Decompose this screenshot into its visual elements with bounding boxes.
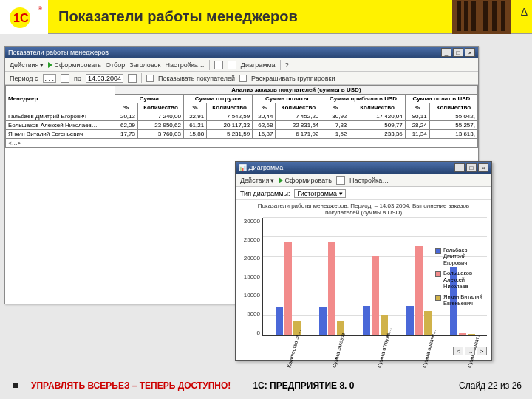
chart-legend: Гальбаев Дмитрий ЕгоровичБольшаков Алекс… — [435, 248, 484, 312]
date-to-label: по — [74, 75, 81, 82]
footer-mid-text: 1С: ПРЕДПРИЯТИЕ 8. 0 — [253, 381, 354, 391]
filter-button[interactable]: Отбор — [106, 61, 125, 69]
table-row[interactable]: Янкин Виталий Евгеньевич17,733 760,0315,… — [6, 130, 478, 139]
col-paid: Сумма оплат в USD — [405, 95, 477, 103]
legend-item: Янкин Виталий Евгеньевич — [435, 294, 484, 307]
separator — [141, 73, 142, 83]
legend-item: Гальбаев Дмитрий Егорович — [435, 248, 484, 267]
chart-bar[interactable] — [468, 334, 475, 335]
chart-bar[interactable] — [328, 242, 335, 335]
slide-footer: УПРАВЛЯТЬ ВСЕРЬЕЗ – ТЕПЕРЬ ДОСТУПНО! 1С:… — [0, 378, 532, 393]
chart-form-button[interactable]: Сформировать — [279, 177, 331, 184]
chart-window-icon: 📊 — [239, 164, 247, 171]
chart-bar[interactable] — [459, 333, 466, 335]
chart-body: Показатели работы менеджеров. Период: – … — [236, 200, 491, 360]
footer-left-text: УПРАВЛЯТЬ ВСЕРЬЕЗ – ТЕПЕРЬ ДОСТУПНО! — [31, 381, 231, 391]
svg-text:1С: 1С — [13, 12, 29, 24]
chart-tool-icon[interactable] — [336, 176, 345, 185]
chart-type-label: Тип диаграммы: — [240, 190, 290, 197]
calendar-icon[interactable] — [61, 74, 69, 83]
slide: 1С ® Показатели работы менеджеров Δ Пока… — [0, 0, 532, 399]
svg-text:®: ® — [38, 5, 42, 12]
chart-maximize-button[interactable]: □ — [466, 163, 477, 172]
chart-type-select[interactable]: Гистограмма ▾ — [294, 189, 345, 198]
date-to-input[interactable]: 14.03.2004 — [86, 74, 123, 83]
tool-icon-2[interactable] — [228, 61, 236, 69]
chart-minimize-button[interactable]: _ — [454, 163, 465, 172]
col-ship: Сумма отгрузки — [183, 95, 252, 103]
window-minimize-button[interactable]: _ — [441, 48, 451, 57]
chart-close-button[interactable]: × — [478, 163, 488, 172]
period-from-label: Период с — [10, 75, 38, 82]
chart-titlebar[interactable]: 📊 Диаграмма _ □ × — [236, 162, 491, 174]
legend-more-button[interactable]: … — [465, 347, 475, 355]
chart-type-row: Тип диаграммы: Гистограмма ▾ — [236, 187, 491, 200]
chart-bar[interactable] — [363, 306, 370, 335]
separator — [280, 60, 281, 70]
date-from-input[interactable]: . . . — [43, 74, 57, 83]
chart-bar[interactable] — [284, 242, 292, 335]
chart-caption: Показатели работы менеджеров. Период: – … — [240, 203, 487, 216]
slide-header: 1С ® Показатели работы менеджеров — [0, 0, 532, 34]
toolbar-period: Период с . . . по 14.03.2004 Показывать … — [5, 72, 478, 85]
chart-actions-menu[interactable]: Действия ▾ — [240, 177, 274, 184]
table-row[interactable]: Гальбаев Дмитрий Егорович20,137 240,0022… — [6, 112, 478, 121]
chart-bar[interactable] — [276, 307, 283, 335]
show-buyers-label: Показывать покупателей — [158, 75, 235, 82]
col-manager: Менеджер — [6, 86, 115, 112]
chart-toolbar: Действия ▾ Сформировать Настройка… — [236, 174, 491, 187]
chart-bar[interactable] — [406, 306, 414, 335]
chart-bar[interactable] — [372, 256, 379, 335]
header-button[interactable]: Заголовок — [129, 61, 160, 69]
legend-prev-button[interactable]: < — [453, 347, 463, 355]
legend-nav: < … > — [453, 347, 487, 355]
window-maximize-button[interactable]: □ — [453, 48, 463, 57]
chart-settings-button[interactable]: Настройка… — [349, 177, 389, 184]
color-groups-label: Раскрашивать группировки — [251, 75, 335, 82]
tool-icon-1[interactable] — [214, 61, 223, 69]
chart-xaxis: Количество за…Сумма заказовСумма отгруже… — [240, 336, 487, 366]
col-pay: Сумма оплаты — [253, 95, 321, 103]
col-group-title: Анализ заказов покупателей (суммы в USD) — [115, 86, 477, 95]
chart-window-title: Диаграмма — [249, 164, 284, 171]
delta-icon: Δ — [521, 6, 528, 18]
chart-bar[interactable] — [319, 307, 327, 335]
footer-bullet-icon — [13, 383, 18, 388]
report-table-wrap[interactable]: Менеджер Анализ заказов покупателей (сум… — [5, 85, 478, 148]
table-row[interactable]: Большаков Алексей Николаев…62,0923 950,6… — [6, 121, 478, 130]
diagram-button[interactable]: Диаграмма — [241, 61, 276, 69]
chart-window: 📊 Диаграмма _ □ × Действия ▾ Сформироват… — [235, 161, 492, 361]
play-icon — [48, 62, 52, 68]
calendar-icon[interactable] — [128, 74, 137, 83]
logo-1c: 1С ® — [0, 0, 48, 34]
toolbar-main: Действия ▾ Сформировать Отбор Заголовок … — [5, 58, 478, 72]
col-sum: Сумма — [115, 95, 183, 103]
window-titlebar[interactable]: Показатели работы менеджеров _ □ × — [5, 47, 478, 58]
report-table: Менеджер Анализ заказов покупателей (сум… — [5, 85, 478, 148]
color-groups-checkbox[interactable] — [239, 75, 247, 82]
help-button[interactable]: ? — [285, 61, 289, 69]
chart-plot-area: 300002500020000150001000050000 Гальбаев … — [240, 218, 487, 336]
decorative-image — [452, 0, 511, 34]
form-button[interactable]: Сформировать — [48, 61, 100, 69]
window-close-button[interactable]: × — [465, 48, 475, 57]
settings-button[interactable]: Настройка… — [166, 61, 205, 69]
legend-next-button[interactable]: > — [477, 347, 487, 355]
chart-bar[interactable] — [415, 246, 423, 335]
window-title: Показатели работы менеджеров — [8, 49, 109, 56]
footer-slide-number: Слайд 22 из 26 — [459, 381, 522, 391]
play-icon — [279, 177, 283, 183]
show-buyers-checkbox[interactable] — [146, 75, 154, 82]
legend-item: Большаков Алексей Николаев — [435, 270, 484, 290]
chart-yaxis: 300002500020000150001000050000 — [240, 218, 262, 336]
actions-menu[interactable]: Действия ▾ — [10, 61, 44, 69]
separator — [209, 60, 210, 70]
slide-title: Показатели работы менеджеров — [58, 8, 298, 25]
col-profit: Сумма прибыли в USD — [321, 95, 405, 103]
